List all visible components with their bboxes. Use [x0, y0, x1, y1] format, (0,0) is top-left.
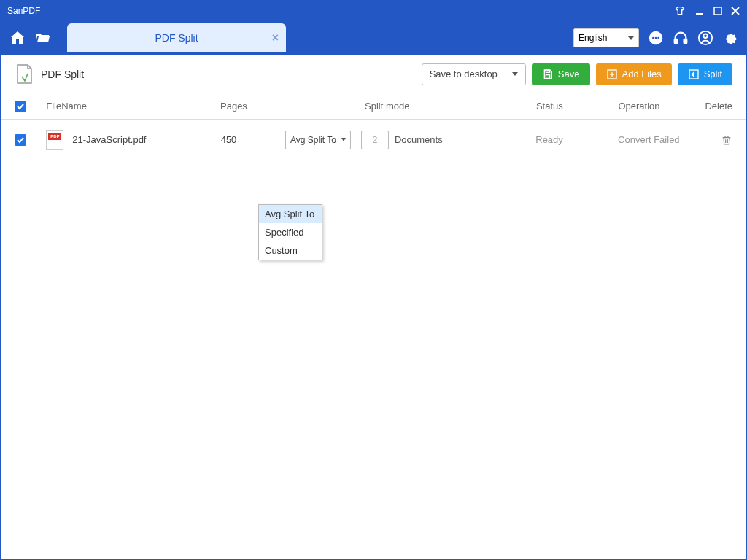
- svg-rect-6: [675, 39, 678, 44]
- svg-point-4: [655, 37, 657, 39]
- svg-rect-1: [714, 7, 721, 15]
- dropdown-item-specified[interactable]: Specified: [259, 223, 322, 241]
- svg-rect-11: [546, 74, 549, 78]
- chevron-down-icon: [512, 72, 518, 76]
- topbar-left: PDF Split ×: [9, 23, 286, 52]
- tabs: PDF Split ×: [67, 23, 286, 52]
- save-icon: [542, 69, 554, 80]
- topbar: PDF Split × English: [1, 20, 746, 55]
- topbar-right: English: [573, 28, 738, 47]
- filename-cell: 21-JavaScript.pdf: [40, 130, 220, 150]
- status-cell: Ready: [535, 134, 618, 145]
- header-status: Status: [536, 101, 619, 112]
- header-operation: Operation: [618, 101, 697, 112]
- save-location-value: Save to desktop: [430, 69, 498, 79]
- svg-rect-0: [696, 13, 703, 15]
- dropdown-item-avg-split[interactable]: Avg Split To: [259, 205, 322, 223]
- tab-label: PDF Split: [155, 32, 198, 44]
- split-count-input[interactable]: [361, 131, 389, 149]
- user-icon[interactable]: [697, 30, 713, 46]
- row-checkbox[interactable]: [15, 134, 26, 146]
- select-all-checkbox[interactable]: [15, 101, 26, 112]
- maximize-icon[interactable]: [713, 7, 722, 15]
- save-button-label: Save: [558, 69, 580, 79]
- window-controls: [674, 5, 740, 17]
- plus-box-icon: [606, 69, 618, 80]
- content-area: FileName Pages Split mode Status Operati…: [1, 93, 746, 531]
- page-title-group: PDF Split: [15, 63, 84, 85]
- add-files-label: Add Files: [622, 69, 662, 79]
- header-filename: FileName: [40, 101, 220, 112]
- split-button[interactable]: Split: [678, 63, 732, 85]
- close-icon[interactable]: [731, 7, 740, 15]
- toolbar-buttons: Save to desktop Save Add Files Split: [422, 63, 732, 85]
- save-button[interactable]: Save: [532, 63, 590, 85]
- pages-cell: 450: [221, 134, 285, 145]
- svg-rect-10: [546, 70, 549, 72]
- tab-close-icon[interactable]: ×: [272, 31, 279, 44]
- tshirt-icon[interactable]: [674, 5, 686, 17]
- svg-point-3: [652, 37, 654, 39]
- header-pages: Pages: [220, 101, 285, 112]
- split-mode-select[interactable]: Avg Split To: [285, 131, 351, 149]
- split-mode-cell: Avg Split To Documents: [285, 131, 535, 149]
- table-row: 21-JavaScript.pdf 450 Avg Split To Docum…: [1, 120, 746, 160]
- chat-icon[interactable]: [648, 30, 664, 46]
- app-title: SanPDF: [7, 6, 674, 16]
- tab-pdf-split[interactable]: PDF Split ×: [67, 23, 286, 52]
- delete-cell[interactable]: [697, 133, 732, 147]
- svg-point-5: [657, 37, 659, 39]
- split-button-label: Split: [704, 69, 722, 79]
- page-title: PDF Split: [41, 69, 84, 80]
- chevron-down-icon: [628, 36, 634, 40]
- dropdown-item-custom[interactable]: Custom: [259, 241, 322, 260]
- table-header: FileName Pages Split mode Status Operati…: [1, 93, 746, 120]
- header-split-mode: Split mode: [285, 101, 536, 112]
- filename-text: 21-JavaScript.pdf: [72, 134, 146, 145]
- svg-point-9: [703, 34, 708, 39]
- save-location-select[interactable]: Save to desktop: [422, 63, 526, 85]
- trash-icon: [721, 133, 732, 147]
- minimize-icon[interactable]: [694, 6, 705, 16]
- split-mode-value: Avg Split To: [290, 135, 336, 145]
- gear-icon[interactable]: [722, 30, 738, 46]
- folder-open-icon[interactable]: [34, 29, 51, 47]
- language-value: English: [578, 33, 607, 43]
- headphones-icon[interactable]: [673, 30, 689, 46]
- add-files-button[interactable]: Add Files: [596, 63, 672, 85]
- split-mode-dropdown: Avg Split To Specified Custom: [258, 204, 322, 260]
- operation-cell: Convert Failed: [618, 134, 697, 145]
- pdf-file-icon: [46, 130, 63, 150]
- pdf-page-icon: [15, 63, 34, 85]
- svg-rect-7: [684, 39, 687, 44]
- toolbar: PDF Split Save to desktop Save Add Files…: [1, 55, 746, 93]
- split-unit-label: Documents: [395, 134, 443, 145]
- titlebar: SanPDF: [1, 1, 746, 20]
- home-icon[interactable]: [9, 29, 26, 47]
- chevron-down-icon: [341, 138, 346, 141]
- language-select[interactable]: English: [573, 28, 639, 47]
- header-delete: Delete: [697, 101, 732, 112]
- split-action-icon: [688, 69, 700, 80]
